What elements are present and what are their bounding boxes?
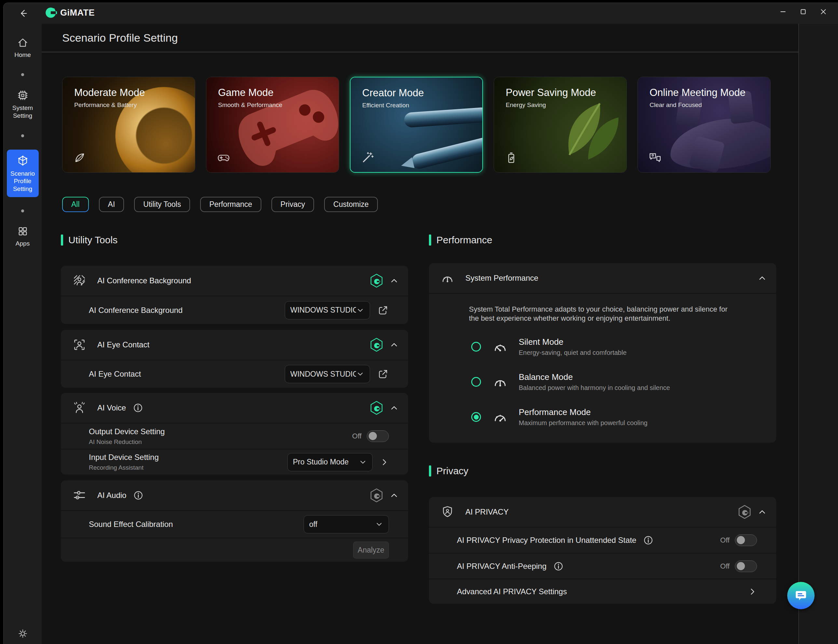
performance-section-title: Performance <box>429 233 776 246</box>
mode-card-creator[interactable]: Creator Mode Efficient Creation <box>350 77 483 173</box>
conference-background-dropdown[interactable]: WINDOWS STUDIO EF <box>285 301 370 319</box>
ai-voice-header[interactable]: AI Voice <box>61 393 408 423</box>
minimize-icon <box>778 7 788 16</box>
ai-eye-contact-card: AI Eye Contact AI Eye Contact WINDOWS ST… <box>61 330 408 388</box>
performance-option-performance[interactable]: Performance Mode Maximum performance wit… <box>471 406 776 428</box>
filter-chip-performance[interactable]: Performance <box>200 197 261 212</box>
info-icon[interactable] <box>132 402 143 413</box>
sidebar-item-label: Scenario Profile Setting <box>9 170 36 192</box>
gamepad-icon <box>217 151 230 164</box>
filter-chip-utility-tools[interactable]: Utility Tools <box>134 197 190 212</box>
chevron-down-icon <box>359 458 367 467</box>
mode-card-online-meeting[interactable]: Online Meeting Mode Clear and Focused <box>637 77 770 173</box>
sound-effect-calibration-dropdown[interactable]: off <box>304 515 389 534</box>
gimate-badge-icon <box>370 274 383 288</box>
chevron-down-icon <box>375 520 384 529</box>
maximize-button[interactable] <box>793 5 813 18</box>
collapse-chevron-up-icon[interactable] <box>757 507 767 517</box>
privacy-anti-peeping-row: AI PRIVACY Anti-Peeping Off <box>429 553 776 578</box>
radio-selected[interactable] <box>471 412 481 422</box>
info-icon[interactable] <box>643 535 654 546</box>
radio-unselected[interactable] <box>471 342 481 352</box>
privacy-anti-peeping-toggle[interactable] <box>735 560 757 572</box>
sidebar-item-home[interactable]: Home <box>3 37 42 59</box>
meeting-chat-icon <box>648 151 662 164</box>
app-window: GiMATE Home System Setting Scenario Prof… <box>3 3 838 644</box>
external-link-icon[interactable] <box>377 368 389 380</box>
advanced-privacy-settings-row[interactable]: Advanced AI PRIVACY Settings <box>429 578 776 604</box>
app-name: GiMATE <box>60 8 95 18</box>
mode-title: Creator Mode <box>362 87 424 99</box>
mode-card-moderate[interactable]: Moderate Mode Performance & Battery <box>62 77 195 173</box>
ai-eye-contact-header[interactable]: AI Eye Contact <box>61 330 408 360</box>
ai-eye-contact-row: AI Eye Contact WINDOWS STUDIO EF <box>61 360 408 388</box>
gauge-mid-icon <box>493 375 508 389</box>
filter-chip-customize[interactable]: Customize <box>324 197 378 212</box>
filter-chip-all[interactable]: All <box>62 197 89 212</box>
gimate-badge-icon <box>738 505 751 519</box>
mode-card-power-saving[interactable]: Power Saving Mode Energy Saving <box>494 77 627 173</box>
ai-audio-header[interactable]: AI Audio <box>61 480 408 510</box>
collapse-chevron-up-icon[interactable] <box>389 403 399 413</box>
filter-chip-privacy[interactable]: Privacy <box>272 197 314 212</box>
privacy-section-title: Privacy <box>429 465 776 478</box>
ai-conference-background-header[interactable]: AI Conference Background <box>61 266 408 296</box>
output-device-toggle[interactable] <box>367 430 389 442</box>
magic-wand-icon <box>361 151 375 164</box>
mode-title: Online Meeting Mode <box>650 87 746 99</box>
close-button[interactable] <box>813 5 833 18</box>
settings-button[interactable] <box>3 628 42 639</box>
chevron-right-icon[interactable] <box>380 458 389 467</box>
system-performance-header[interactable]: System Performance <box>429 263 776 293</box>
battery-leaf-icon <box>504 151 518 164</box>
card-title: AI Conference Background <box>97 276 191 285</box>
ai-privacy-header[interactable]: AI PRIVACY <box>429 497 776 527</box>
sidebar: Home System Setting Scenario Profile Set… <box>3 24 42 644</box>
sidebar-item-apps[interactable]: Apps <box>3 225 42 248</box>
minimize-button[interactable] <box>773 5 793 18</box>
collapse-chevron-up-icon[interactable] <box>389 340 399 350</box>
external-link-icon[interactable] <box>377 304 389 316</box>
radio-unselected[interactable] <box>471 377 481 387</box>
voice-icon <box>72 401 86 415</box>
mode-card-game[interactable]: Game Mode Smooth & Performance <box>206 77 339 173</box>
info-icon[interactable] <box>553 561 564 572</box>
mode-subtitle: Smooth & Performance <box>218 102 282 108</box>
card-title: AI Audio <box>97 491 126 500</box>
mode-subtitle: Clear and Focused <box>650 102 702 108</box>
sidebar-item-label: Home <box>14 51 31 59</box>
back-button[interactable] <box>16 8 30 19</box>
ai-conference-background-card: AI Conference Background AI Conference B… <box>61 266 408 324</box>
sidebar-item-scenario-profile-setting[interactable]: Scenario Profile Setting <box>7 150 39 197</box>
system-setting-icon <box>16 89 29 102</box>
performance-option-balance[interactable]: Balance Mode Balanced power with harmony… <box>471 371 776 393</box>
analyze-button[interactable]: Analyze <box>353 542 389 559</box>
system-performance-body: System Total Performance adapts to your … <box>429 293 776 443</box>
mode-subtitle: Efficient Creation <box>362 102 409 109</box>
gimate-badge-icon <box>370 401 383 415</box>
performance-column: Performance System Performance System To… <box>429 233 776 604</box>
collapse-chevron-up-icon[interactable] <box>389 491 399 500</box>
gimate-logo-icon <box>45 7 57 18</box>
info-icon[interactable] <box>133 490 144 501</box>
apps-icon <box>17 225 29 237</box>
eye-contact-dropdown[interactable]: WINDOWS STUDIO EF <box>285 365 370 383</box>
gimate-badge-icon <box>370 338 383 352</box>
gauge-icon <box>441 271 454 285</box>
settings-gear-icon <box>17 628 28 639</box>
collapse-chevron-up-icon[interactable] <box>389 276 399 286</box>
input-device-dropdown[interactable]: Pro Studio Mode <box>287 453 373 471</box>
conference-background-icon <box>72 274 86 288</box>
collapse-chevron-up-icon[interactable] <box>757 273 767 283</box>
performance-option-silent[interactable]: Silent Mode Energy-saving, quiet and com… <box>471 336 776 357</box>
maximize-icon <box>798 7 808 16</box>
chat-assistant-button[interactable] <box>787 582 815 609</box>
filter-chip-ai[interactable]: AI <box>99 197 124 212</box>
toggle-state-label: Off <box>720 536 729 544</box>
close-icon <box>818 7 828 16</box>
privacy-unattended-toggle[interactable] <box>735 534 757 546</box>
ai-privacy-card: AI PRIVACY AI PRIVACY Privacy Protection… <box>429 497 776 604</box>
sidebar-item-system-setting[interactable]: System Setting <box>3 89 42 120</box>
balance-leaf-icon <box>73 151 87 164</box>
audio-sliders-icon <box>72 488 86 502</box>
